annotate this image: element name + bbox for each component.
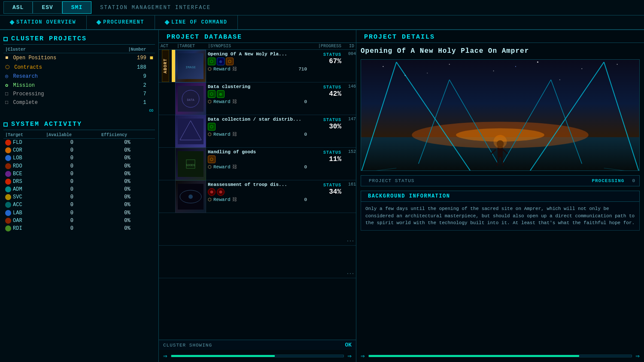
table-row[interactable]: ⬡ Contracts 188 xyxy=(3,63,155,72)
bg-info-text: Only a few days until the opening of the… xyxy=(361,202,640,231)
oar-icon xyxy=(5,218,11,224)
project-thumbnail-1: IMAGE xyxy=(175,50,206,82)
project-details-header: PROJECT DETAILS xyxy=(356,30,644,43)
project-row-4[interactable]: GOODS Handling of goods ⬡ ⬡ Reward ⛓ 0 xyxy=(159,148,356,180)
three-dots-2: ··· xyxy=(343,270,356,278)
lab-icon xyxy=(5,210,11,216)
project-progress-1: STATUS 67% xyxy=(309,50,343,82)
svg-point-23 xyxy=(515,66,516,67)
proj-icon-green2: ◎ xyxy=(217,90,225,98)
diamond-icon xyxy=(97,20,101,24)
cluster-projects-section: CLUSTER PROJETCS |Cluster |Number ■ Open… xyxy=(3,33,155,115)
empty-row-1: ··· xyxy=(159,213,356,246)
svg-rect-5 xyxy=(178,119,204,144)
proj-icon-green: ⬡ xyxy=(208,90,216,98)
cluster-showing-bar: CLUSTER SHOWING OK xyxy=(159,340,356,350)
project-db-columns: ACT |TARGET |SYNOPSIS |PROGRESS ID xyxy=(159,43,356,50)
ok-button[interactable]: OK xyxy=(345,342,352,348)
proj-icon-orange: ⬡ xyxy=(226,58,234,65)
table-row[interactable]: RDO 00% xyxy=(3,162,155,170)
table-row[interactable]: BCE 00% xyxy=(3,170,155,178)
table-row[interactable]: OAR 00% xyxy=(3,217,155,225)
svg-point-45 xyxy=(494,135,507,148)
svg-text:IMAGE: IMAGE xyxy=(185,65,196,69)
svg-point-19 xyxy=(581,68,582,69)
right-arrow-icon[interactable]: ⇒ xyxy=(635,352,640,360)
lob-icon xyxy=(5,155,11,161)
cor-icon xyxy=(5,147,11,153)
bg-info-section: BACKGROUND INFORMATION Only a few days u… xyxy=(361,191,640,231)
app-title: STATION MANAGEMENT INTERFACE xyxy=(100,5,211,11)
left-panel: CLUSTER PROJETCS |Cluster |Number ■ Open… xyxy=(0,30,159,362)
proj-icon-red-circle-1: ⊗ xyxy=(208,188,216,196)
project-progress-4: STATUS 11% xyxy=(309,148,343,180)
table-row[interactable]: ✿ Mission 2 xyxy=(3,81,155,90)
cluster-projects-title: CLUSTER PROJETCS xyxy=(11,35,87,43)
svg-point-18 xyxy=(537,61,538,63)
proj-icon-red-circle-2: ⊗ xyxy=(217,188,225,196)
rdi-icon xyxy=(5,225,11,231)
project-row-2[interactable]: DATA Data clustering ⬡ ◎ ⬡ Reward ⛓ 0 xyxy=(159,82,356,115)
tab-asl[interactable]: ASL xyxy=(3,1,33,14)
svg-point-22 xyxy=(559,79,560,80)
table-row[interactable]: □ Complete 1 xyxy=(3,98,155,107)
tab-smi[interactable]: SMI xyxy=(62,1,91,14)
table-row[interactable]: DRS 00% xyxy=(3,178,155,186)
project-row-5[interactable]: Reassessment of troop dis... ⊗ ⊗ ⬡ Rewar… xyxy=(159,180,356,213)
col-cluster: |Cluster xyxy=(3,46,107,53)
nav-line-of-command[interactable]: LINE OF COMMAND xyxy=(155,15,238,29)
project-synopsis-1: Opening Of A New Holy Pla... ⬡ ◎ ⬡ ⬡ Rew… xyxy=(206,50,309,82)
table-row[interactable]: □ Processing 7 xyxy=(3,90,155,98)
project-image xyxy=(361,59,640,171)
abort-button[interactable]: ABORT xyxy=(162,50,169,82)
project-progress-5: STATUS 34% xyxy=(309,180,343,213)
project-row-3[interactable]: Data collection / star distrib... ⬡ ⬡ Re… xyxy=(159,115,356,148)
project-db-title: PROJECT DATABASE xyxy=(167,33,242,41)
table-row[interactable]: COR 00% xyxy=(3,146,155,154)
top-bar: ASL ESV SMI STATION MANAGEMENT INTERFACE xyxy=(0,0,644,15)
nav-procurement[interactable]: PROCUREMENT xyxy=(87,15,155,29)
proj-icon-green: ⬡ xyxy=(208,123,216,131)
adm-icon xyxy=(5,186,11,192)
nav-station-overview[interactable]: STATION OVERVIEW xyxy=(0,15,87,29)
left-arrow-icon[interactable]: ⇒ xyxy=(361,352,365,360)
table-row[interactable]: LAB 00% xyxy=(3,209,155,217)
progress-fill xyxy=(369,355,579,357)
project-thumbnail-2: DATA xyxy=(175,82,206,115)
project-synopsis-3: Data collection / star distrib... ⬡ ⬡ Re… xyxy=(206,115,309,147)
sq-icon xyxy=(3,122,8,127)
right-bottom-bar: ⇒ ⇒ xyxy=(356,350,644,362)
table-row[interactable]: FLD 00% xyxy=(3,139,155,147)
project-progress-3: STATUS 30% xyxy=(309,115,343,147)
table-row[interactable]: LOB 00% xyxy=(3,154,155,162)
svg-point-17 xyxy=(493,70,494,71)
system-activity-section: SYSTEM ACTIVITY |Target |Available Effic… xyxy=(3,119,155,232)
project-row-1[interactable]: ABORT IMAGE Opening Of A New Holy Pla... xyxy=(159,50,356,82)
project-db-header: PROJECT DATABASE xyxy=(159,30,356,43)
svg-text:DATA: DATA xyxy=(187,98,195,102)
table-row[interactable]: ◎ Research 9 xyxy=(3,72,155,81)
table-row[interactable]: ADM 00% xyxy=(3,186,155,193)
project-list: ABORT IMAGE Opening Of A New Holy Pla... xyxy=(159,50,356,340)
project-thumbnail-3 xyxy=(175,115,206,147)
diamond-icon xyxy=(9,20,14,24)
table-row[interactable]: ■ Open Positions 199 ■ xyxy=(3,53,155,63)
acc-icon xyxy=(5,202,11,208)
tab-esv[interactable]: ESV xyxy=(33,1,62,14)
svg-point-12 xyxy=(188,195,193,199)
project-detail-title: Opening Of A New Holy Place On Amprer xyxy=(361,47,640,55)
main-layout: CLUSTER PROJETCS |Cluster |Number ■ Open… xyxy=(0,30,644,362)
progress-track xyxy=(368,355,632,357)
three-dots-1: ··· xyxy=(343,237,356,245)
table-row[interactable]: ACC 00% xyxy=(3,201,155,209)
diamond-icon xyxy=(164,20,169,24)
yellow-bar xyxy=(172,50,175,82)
right-arrow-icon[interactable]: ⇒ xyxy=(347,352,352,360)
project-thumbnail-5 xyxy=(175,180,206,213)
proj-icon-blue: ◎ xyxy=(217,58,225,65)
table-row[interactable]: SVC 00% xyxy=(3,193,155,201)
col-number: |Number xyxy=(107,46,148,53)
table-row[interactable]: RDI 00% xyxy=(3,225,155,232)
system-activity-header: SYSTEM ACTIVITY xyxy=(3,119,155,130)
left-arrow-icon[interactable]: ⇒ xyxy=(163,352,167,360)
